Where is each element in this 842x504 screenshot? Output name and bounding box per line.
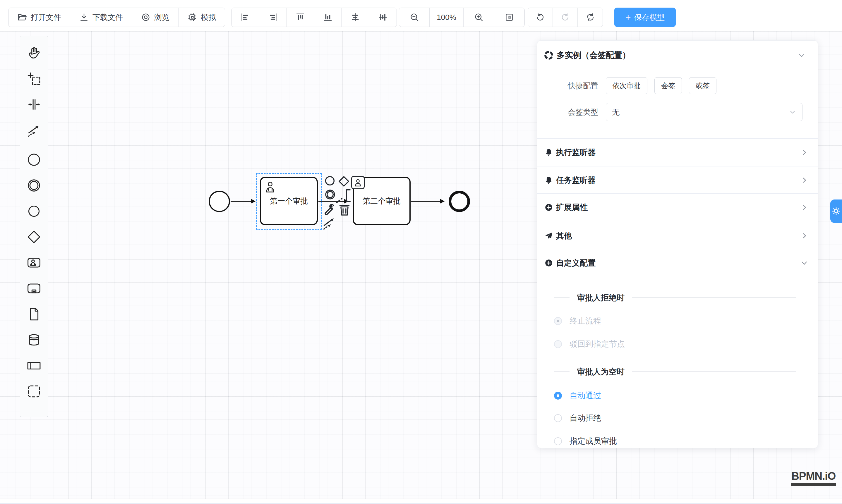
save-model-label: 保存模型 (634, 12, 665, 22)
undo-button[interactable] (528, 8, 553, 26)
end-event-node[interactable] (449, 191, 470, 212)
divider-line (554, 298, 569, 298)
chevron-right-icon (800, 148, 808, 157)
panel-header[interactable]: 多实例（会签配置） (537, 48, 818, 63)
change-type-wrench-icon[interactable] (322, 203, 335, 216)
fit-viewport-icon (504, 12, 514, 22)
bpmn-editor-app: 打开文件 下载文件 浏览 模拟 (0, 0, 842, 504)
user-task-icon (264, 180, 278, 194)
task-label: 第二个审批 (363, 196, 401, 206)
create-data-store[interactable] (22, 327, 46, 353)
redo-icon (560, 12, 570, 22)
group-title-text: 审批人为空时 (577, 366, 625, 377)
create-participant-pool[interactable] (22, 353, 46, 379)
radio-designated-member[interactable]: 指定成员审批 (554, 435, 617, 448)
zoom-level: 100% (429, 8, 463, 26)
properties-panel: 多实例（会签配置） 快捷配置 依次审批 会签 或签 会签类型 无 执行监听器 任… (537, 40, 818, 448)
create-data-object[interactable] (22, 301, 46, 327)
quick-option-orsign[interactable]: 或签 (689, 77, 716, 94)
space-tool[interactable] (22, 92, 46, 117)
section-label: 扩展属性 (556, 202, 800, 213)
connect-arrows-icon[interactable] (322, 216, 336, 230)
align-top-icon (295, 12, 305, 22)
append-text-annotation-icon[interactable] (335, 189, 352, 204)
download-file-button[interactable]: 下载文件 (70, 8, 132, 26)
quick-option-countersign[interactable]: 会签 (654, 77, 682, 94)
quick-config-label: 快捷配置 (537, 81, 599, 91)
radio-label: 自动拒绝 (569, 413, 601, 423)
section-other[interactable]: 其他 (537, 222, 818, 250)
chevron-right-icon (800, 232, 808, 240)
radio-auto-pass[interactable]: 自动通过 (554, 389, 601, 402)
append-user-task-icon[interactable] (351, 176, 365, 189)
sign-type-row: 会签类型 无 (537, 103, 818, 121)
preview-button[interactable]: 浏览 (132, 8, 178, 26)
align-bottom-button[interactable] (314, 8, 341, 26)
section-label: 自定义配置 (556, 258, 800, 268)
append-end-event-icon[interactable] (324, 175, 336, 187)
bell-icon (544, 148, 553, 157)
circle-plus-icon (544, 203, 553, 212)
create-end-event[interactable] (22, 198, 46, 224)
radio-label: 终止流程 (569, 316, 601, 326)
redo-button[interactable] (553, 8, 578, 26)
lasso-tool[interactable] (22, 66, 46, 92)
radio-icon (554, 437, 562, 445)
create-start-event[interactable] (22, 147, 46, 173)
section-label: 执行监听器 (556, 147, 800, 158)
download-file-label: 下载文件 (92, 12, 123, 22)
hand-tool[interactable] (22, 40, 46, 66)
create-group[interactable] (22, 379, 46, 404)
section-extended-properties[interactable]: 扩展属性 (537, 193, 818, 221)
fit-viewport-button[interactable] (494, 8, 524, 26)
align-center-vertical-icon (378, 12, 388, 22)
create-gateway[interactable] (22, 224, 46, 250)
section-custom-config[interactable]: 自定义配置 (537, 249, 818, 277)
radio-icon (554, 317, 562, 325)
chevron-down-icon (797, 51, 806, 60)
bpmn-io-logo[interactable]: BPMN.iO (791, 470, 836, 486)
connect-tool[interactable] (22, 117, 46, 143)
section-label: 其他 (556, 231, 800, 241)
start-event-node[interactable] (209, 191, 230, 212)
horizontal-scrollbar[interactable] (0, 499, 842, 504)
radio-auto-reject[interactable]: 自动拒绝 (554, 412, 601, 425)
folder-open-icon (17, 12, 27, 22)
zoom-out-button[interactable] (399, 8, 429, 26)
user-task-node-1[interactable]: 第一个审批 (260, 177, 318, 225)
section-task-listener[interactable]: 任务监听器 (537, 166, 818, 194)
divider-line (554, 372, 569, 372)
delete-trash-icon[interactable] (339, 202, 350, 217)
align-right-button[interactable] (259, 8, 286, 26)
toolbar: 打开文件 下载文件 浏览 模拟 (0, 0, 842, 31)
radio-label: 自动通过 (569, 390, 601, 401)
create-user-task[interactable] (22, 250, 46, 275)
simulate-button[interactable]: 模拟 (178, 8, 225, 26)
quick-option-sequential[interactable]: 依次审批 (606, 77, 647, 94)
align-top-button[interactable] (286, 8, 314, 26)
radio-label: 指定成员审批 (569, 436, 617, 446)
sign-type-select[interactable]: 无 (606, 103, 803, 121)
zoom-in-icon (474, 12, 484, 22)
quick-config-row: 快捷配置 依次审批 会签 或签 (537, 77, 818, 94)
align-center-vertical-button[interactable] (369, 8, 397, 26)
file-tools-group: 打开文件 下载文件 浏览 模拟 (8, 7, 225, 27)
append-intermediate-event-icon[interactable] (324, 189, 336, 200)
task-label: 第一个审批 (270, 196, 308, 206)
plus-icon: + (626, 13, 631, 22)
create-subprocess[interactable] (22, 275, 46, 301)
create-intermediate-event[interactable] (22, 173, 46, 198)
history-tools-group (528, 7, 603, 27)
align-center-horizontal-button[interactable] (341, 8, 369, 26)
reset-button[interactable] (578, 8, 602, 26)
sign-type-value: 无 (612, 107, 789, 117)
align-left-button[interactable] (231, 8, 259, 26)
append-gateway-icon[interactable] (338, 175, 350, 187)
section-execution-listener[interactable]: 执行监听器 (537, 138, 818, 166)
open-file-button[interactable]: 打开文件 (8, 8, 70, 26)
settings-tab[interactable] (830, 199, 842, 223)
group-title-reject: 审批人拒绝时 (554, 291, 796, 305)
align-center-horizontal-icon (350, 12, 360, 22)
zoom-in-button[interactable] (463, 8, 494, 26)
save-model-button[interactable]: + 保存模型 (614, 7, 676, 27)
